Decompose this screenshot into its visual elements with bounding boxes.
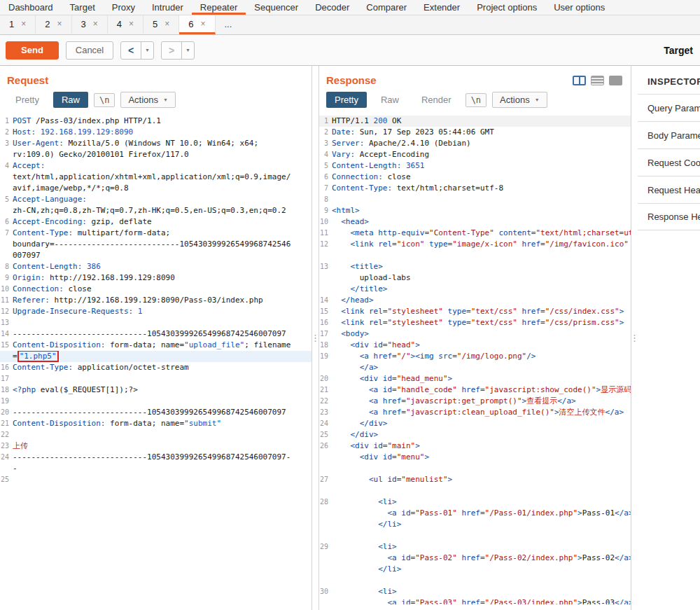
request-response-splitter[interactable]: ⋮	[312, 66, 318, 610]
line-number: 7	[0, 228, 13, 239]
request-newline-toggle[interactable]: \n	[94, 93, 115, 107]
menu-item-proxy[interactable]: Proxy	[104, 0, 144, 15]
code-line: 24-----------------------------105430399…	[0, 452, 312, 463]
response-tab-pretty[interactable]: Pretty	[326, 92, 367, 108]
line-number: 25	[0, 474, 13, 485]
history-back-button[interactable]: <	[120, 41, 141, 60]
code-line: 23上传	[0, 441, 312, 452]
line-number	[319, 485, 332, 497]
line-number: 6	[0, 216, 13, 228]
line-number: 11	[0, 295, 13, 306]
single-layout-icon[interactable]	[609, 76, 622, 85]
chevron-down-icon: ▼	[186, 48, 190, 53]
columns-layout-icon[interactable]	[573, 76, 586, 85]
code-line: 12 <link rel="icon" type="image/x-icon" …	[319, 239, 631, 250]
repeater-tab-5[interactable]: 5×	[144, 15, 179, 34]
repeater-tab-3[interactable]: 3×	[72, 15, 108, 34]
tab-close-icon[interactable]: ×	[129, 19, 134, 29]
line-number: 8	[319, 194, 332, 205]
menu-item-sequencer[interactable]: Sequencer	[246, 0, 307, 15]
tab-label: 4	[117, 19, 122, 29]
tab-label: 1	[9, 19, 14, 29]
line-number: 17	[319, 328, 332, 340]
request-actions-button[interactable]: Actions▼	[120, 92, 176, 108]
inspector-title: INSPECTOR	[638, 66, 700, 94]
code-line: boundary=---------------------------1054…	[0, 239, 312, 250]
response-actions-button[interactable]: Actions▼	[492, 92, 547, 108]
menu-item-extender[interactable]: Extender	[415, 0, 468, 15]
tab-close-icon[interactable]: ×	[164, 19, 169, 29]
code-line: 21Content-Disposition: form-data; name="…	[0, 418, 312, 429]
request-tab-pretty[interactable]: Pretty	[7, 92, 48, 108]
code-line: 14 </head>	[319, 295, 631, 306]
response-tab-render[interactable]: Render	[413, 92, 460, 108]
app-chrome: DashboardTargetProxyIntruderRepeaterSequ…	[0, 0, 700, 66]
line-number	[0, 183, 13, 194]
line-number: 19	[0, 396, 13, 407]
code-line: 1HTTP/1.1 200 OK	[319, 116, 631, 127]
tab-close-icon[interactable]: ×	[21, 19, 26, 29]
history-back-dropdown[interactable]: ▼	[141, 41, 154, 60]
line-number: 21	[0, 418, 13, 429]
menu-item-comparer[interactable]: Comparer	[358, 0, 415, 15]
code-line: 27 <ul id="menulist">	[319, 474, 631, 485]
code-line: 17 <body>	[319, 328, 631, 340]
line-number	[319, 597, 332, 604]
menu-item-decoder[interactable]: Decoder	[307, 0, 358, 15]
code-line: upload-labs	[319, 272, 631, 284]
menu-item-intruder[interactable]: Intruder	[144, 0, 192, 15]
send-button[interactable]: Send	[6, 41, 59, 60]
tab-label: 6	[188, 19, 193, 29]
inspector-section-response-headers[interactable]: Response Headers	[638, 203, 700, 230]
menu-item-dashboard[interactable]: Dashboard	[0, 0, 62, 15]
request-editor[interactable]: 1POST /Pass-03/index.php HTTP/1.12Host: …	[0, 113, 312, 604]
view-layout-controls	[573, 76, 622, 85]
inspector-section-body-parameters[interactable]: Body Parameters	[638, 121, 700, 148]
code-line	[319, 463, 631, 474]
response-editor[interactable]: 1HTTP/1.1 200 OK2Date: Sun, 17 Sep 2023 …	[319, 113, 631, 604]
line-number: 8	[0, 261, 13, 272]
line-number: 3	[319, 138, 332, 149]
code-line: 10 <head>	[319, 216, 631, 228]
main-menubar: DashboardTargetProxyIntruderRepeaterSequ…	[0, 0, 700, 15]
history-forward-dropdown[interactable]: ▼	[181, 41, 195, 60]
inspector-section-query-parameters[interactable]: Query Parameters	[638, 94, 700, 121]
code-line: 12Upgrade-Insecure-Requests: 1	[0, 306, 312, 317]
tab-overflow-button[interactable]: ...	[216, 15, 241, 34]
response-tab-raw[interactable]: Raw	[372, 92, 407, 108]
repeater-tabbar: 1×2×3×4×5×6×...	[0, 15, 700, 35]
menu-item-user-options[interactable]: User options	[545, 0, 613, 15]
history-forward-button[interactable]: >	[161, 41, 182, 60]
line-number	[319, 463, 332, 474]
repeater-tab-6[interactable]: 6×	[179, 15, 215, 34]
code-line	[319, 250, 631, 261]
cancel-button[interactable]: Cancel	[66, 41, 113, 60]
tab-close-icon[interactable]: ×	[200, 19, 205, 29]
tab-close-icon[interactable]: ×	[57, 19, 62, 29]
request-tab-raw[interactable]: Raw	[53, 92, 88, 108]
menu-item-repeater[interactable]: Repeater	[192, 0, 246, 15]
response-newline-toggle[interactable]: \n	[465, 93, 486, 107]
inspector-section-request-cookies[interactable]: Request Cookies	[638, 148, 700, 176]
line-number: 25	[319, 429, 332, 441]
rows-layout-icon[interactable]	[591, 76, 604, 85]
request-panel: Request PrettyRaw\nActions▼ 1POST /Pass-…	[0, 66, 312, 610]
code-line: 20 <div id="head_menu">	[319, 373, 631, 384]
code-line: 8Content-Length: 386	[0, 261, 312, 272]
code-line: </li>	[319, 564, 631, 575]
repeater-tab-1[interactable]: 1×	[0, 15, 36, 34]
inspector-section-request-headers[interactable]: Request Headers	[638, 176, 700, 203]
tab-close-icon[interactable]: ×	[93, 19, 98, 29]
line-number: 23	[0, 441, 13, 452]
menu-item-target[interactable]: Target	[62, 0, 104, 15]
code-line: 13	[0, 317, 312, 328]
line-number: 17	[0, 373, 13, 384]
line-number: 22	[319, 396, 332, 407]
line-number: 15	[0, 340, 13, 351]
menu-item-project-options[interactable]: Project options	[468, 0, 545, 15]
repeater-tab-4[interactable]: 4×	[108, 15, 144, 34]
inspector-sections: Query ParametersBody ParametersRequest C…	[638, 94, 700, 230]
response-inspector-splitter[interactable]: ⋮	[631, 66, 638, 610]
repeater-tab-2[interactable]: 2×	[36, 15, 71, 34]
line-number	[319, 362, 332, 373]
